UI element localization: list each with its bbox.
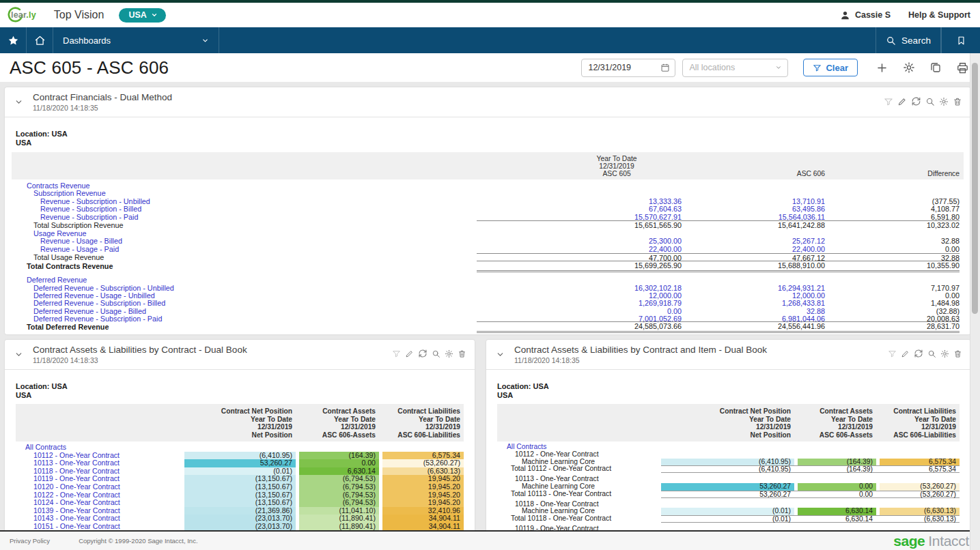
- filter-icon[interactable]: [884, 97, 893, 106]
- locations-select[interactable]: All locations: [682, 59, 788, 77]
- cell-value[interactable]: 22,400.00: [682, 246, 825, 253]
- row-values: (13,150.67)(6,794.53)19,945.20: [184, 491, 464, 500]
- main-navbar: Dashboards Search: [0, 27, 980, 53]
- privacy-policy-link[interactable]: Privacy Policy: [10, 537, 50, 545]
- report-rows: Contracts RevenueSubscription RevenueRev…: [16, 182, 960, 332]
- edit-icon[interactable]: [897, 97, 907, 106]
- home-button[interactable]: [27, 27, 53, 53]
- zoom-icon[interactable]: [925, 97, 935, 106]
- row-values: (0.01)6,630.14(6,630.13): [184, 467, 464, 476]
- gear-icon[interactable]: [939, 97, 949, 106]
- column-header-line: Year To Date: [798, 416, 873, 424]
- contract-link[interactable]: All Contracts: [16, 444, 184, 452]
- row-label: Machine Learning Core: [497, 508, 661, 515]
- filter-icon[interactable]: [392, 349, 401, 358]
- clear-filters-button[interactable]: Clear: [803, 59, 858, 76]
- account-link[interactable]: Deferred Revenue - Subscription - Paid: [16, 315, 477, 323]
- contract-link[interactable]: 10143 - One-Year Contract: [16, 515, 184, 523]
- cell-value[interactable]: 15,570,627.91: [477, 214, 682, 221]
- refresh-icon[interactable]: [418, 349, 428, 358]
- cell-value: 19,945.20: [382, 499, 464, 507]
- edit-icon[interactable]: [405, 349, 414, 358]
- favorites-button[interactable]: [0, 27, 27, 53]
- table-row: 10113 - One-Year Contract53,260.270.00(5…: [16, 459, 464, 467]
- cell-value: [299, 444, 379, 452]
- entity-selector[interactable]: USA: [119, 8, 165, 23]
- account-link[interactable]: Deferred Revenue: [16, 276, 477, 284]
- company-name: Top Vision: [54, 9, 104, 21]
- cell-value[interactable]: 22,400.00: [477, 246, 682, 253]
- cell-value[interactable]: 63,495.86: [682, 205, 825, 213]
- contract-link[interactable]: 10113 - One-Year Contract: [16, 459, 184, 467]
- row-label: 10112 - One-Year Contract: [497, 451, 661, 459]
- dashboards-menu[interactable]: Dashboards: [53, 27, 219, 53]
- table-row: All Contracts: [16, 444, 464, 452]
- cell-value: 24,556,441.96: [682, 321, 825, 333]
- cell-value[interactable]: 15,564,036.11: [682, 214, 825, 221]
- collapse-chevron-icon[interactable]: [14, 350, 23, 359]
- report-column-headers: Contract Net PositionYear To Date12/31/2…: [497, 404, 960, 442]
- column-header-line: Year To Date: [661, 416, 791, 424]
- table-row: 10124 - One-Year Contract(13,150.67)(6,7…: [16, 499, 464, 507]
- contract-link[interactable]: 10139 - One-Year Contract: [16, 507, 184, 515]
- refresh-icon[interactable]: [911, 96, 921, 106]
- date-input[interactable]: [582, 63, 660, 72]
- contract-link[interactable]: 10120 - One-Year Contract: [16, 483, 184, 491]
- collapse-chevron-icon[interactable]: [496, 350, 505, 359]
- search-button[interactable]: Search: [876, 27, 941, 53]
- collapse-chevron-icon[interactable]: [14, 98, 23, 106]
- contract-link[interactable]: 10151 - One-Year Contract: [16, 523, 184, 531]
- refresh-icon[interactable]: [914, 349, 923, 358]
- bookmark-button[interactable]: [941, 27, 980, 53]
- contract-link[interactable]: All Contracts: [497, 444, 661, 451]
- user-name: Cassie S: [855, 10, 891, 20]
- account-link[interactable]: Deferred Revenue - Subscription - Billed: [16, 300, 477, 307]
- account-link[interactable]: Revenue - Subscription - Billed: [16, 205, 477, 213]
- scrollbar-thumb[interactable]: [972, 63, 978, 314]
- contract-link[interactable]: 10119 - One-Year Contract: [16, 475, 184, 483]
- table-row: Total 10112 - One-Year Contract(6,410.95…: [497, 465, 960, 473]
- contract-link[interactable]: 10112 - One-Year Contract: [16, 452, 184, 460]
- cell-value[interactable]: 1,268,433.81: [682, 300, 825, 307]
- cell-value[interactable]: 1,269,918.79: [477, 300, 682, 307]
- report-column-headers: Contract Net PositionYear To Date12/31/2…: [16, 404, 464, 442]
- trash-icon[interactable]: [953, 349, 962, 358]
- filter-icon[interactable]: [888, 349, 897, 358]
- account-link[interactable]: Revenue - Subscription - Paid: [16, 214, 477, 221]
- help-support-link[interactable]: Help & Support: [908, 10, 970, 20]
- contract-link[interactable]: 10124 - One-Year Contract: [16, 499, 184, 507]
- trash-icon[interactable]: [458, 349, 466, 358]
- account-link[interactable]: Revenue - Usage - Paid: [16, 246, 477, 253]
- table-row: All Contracts: [497, 444, 960, 451]
- contract-link[interactable]: 10118 - One-Year Contract: [16, 467, 184, 476]
- gear-icon[interactable]: [940, 349, 949, 358]
- page-footer: Privacy Policy Copyright © 1999-2020 Sag…: [0, 532, 980, 550]
- zoom-icon[interactable]: [927, 349, 936, 358]
- report-location-sub: USA: [16, 139, 960, 147]
- edit-icon[interactable]: [901, 349, 910, 358]
- account-label: Total Subscription Revenue: [16, 221, 477, 230]
- table-row: 10112 - One-Year Contract: [497, 451, 960, 459]
- contract-link[interactable]: 10122 - One-Year Contract: [16, 491, 184, 500]
- report-column-headers: Year To Date12/31/2019ASC 605 ASC 606 Di…: [12, 152, 964, 179]
- user-menu[interactable]: Cassie S: [840, 10, 891, 20]
- add-component-button[interactable]: [876, 61, 888, 74]
- account-label: Total Contracts Revenue: [16, 262, 477, 271]
- column-header-line: Contract Liabilities: [382, 407, 460, 416]
- column-header-line: Contract Assets: [798, 407, 873, 416]
- cell-value[interactable]: 67,604.63: [477, 205, 682, 213]
- settings-button[interactable]: [903, 61, 915, 74]
- print-button[interactable]: [956, 61, 969, 74]
- trash-icon[interactable]: [953, 97, 962, 106]
- zoom-icon[interactable]: [432, 349, 440, 358]
- panel-contract-financials: Contract Financials - Dual Method 11/18/…: [5, 87, 970, 334]
- column-header: Contract LiabilitiesYear To Date12/31/20…: [382, 407, 464, 439]
- home-icon: [34, 35, 46, 46]
- copy-button[interactable]: [929, 61, 942, 74]
- table-row: 10122 - One-Year Contract(13,150.67)(6,7…: [16, 491, 464, 500]
- page-scrollbar[interactable]: [970, 53, 980, 550]
- column-header: Contract Net PositionYear To Date12/31/2…: [184, 407, 296, 439]
- column-header-line: ASC 606-Liabilities: [880, 431, 956, 439]
- gear-icon[interactable]: [445, 349, 453, 358]
- calendar-icon[interactable]: [660, 63, 670, 72]
